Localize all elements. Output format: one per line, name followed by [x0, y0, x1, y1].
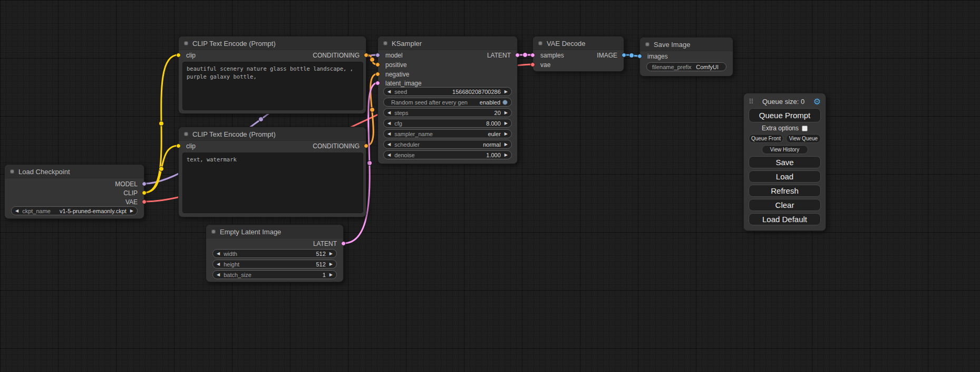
decrement-arrow-icon[interactable] — [217, 273, 220, 277]
node-save-image[interactable]: Save Image images filename_prefix ComfyU… — [639, 37, 733, 77]
input-slot-vae-label: vae — [540, 61, 550, 69]
save-button[interactable]: Save — [749, 156, 821, 168]
node-title-bar[interactable]: Save Image — [640, 37, 733, 51]
output-slot-latent-dot[interactable] — [515, 53, 520, 58]
node-title: Save Image — [654, 41, 690, 49]
increment-arrow-icon[interactable] — [329, 262, 333, 266]
widget-label: Random seed after every gen — [391, 99, 468, 106]
widget-filename-prefix[interactable]: filename_prefix ComfyUI — [646, 62, 726, 71]
increment-arrow-icon[interactable] — [504, 132, 508, 136]
output-slot-image-dot[interactable] — [622, 53, 626, 58]
drag-handle-icon[interactable] — [749, 97, 754, 106]
load-button[interactable]: Load — [749, 170, 821, 183]
increment-arrow-icon[interactable] — [504, 153, 508, 157]
input-slot-samples-dot[interactable] — [530, 53, 535, 58]
link-midpoint-dot — [370, 108, 375, 112]
link-midpoint-dot — [629, 53, 634, 58]
widget-value: 8.000 — [402, 120, 501, 127]
node-clip-text-encode-negative[interactable]: CLIP Text Encode (Prompt) clip CONDITION… — [178, 127, 366, 217]
node-title-bar[interactable]: VAE Decode — [533, 36, 624, 50]
positive-prompt-textarea[interactable]: beautiful scenery nature glass bottle la… — [182, 62, 363, 110]
increment-arrow-icon[interactable] — [504, 142, 508, 147]
decrement-arrow-icon[interactable] — [15, 209, 18, 213]
output-slot-clip-dot[interactable] — [142, 190, 147, 195]
widget-label: steps — [394, 110, 408, 116]
increment-arrow-icon[interactable] — [504, 111, 508, 115]
decrement-arrow-icon[interactable] — [387, 142, 391, 147]
decrement-arrow-icon[interactable] — [387, 132, 391, 136]
input-slot-positive-label: positive — [385, 61, 407, 69]
clear-button[interactable]: Clear — [749, 199, 821, 211]
increment-arrow-icon[interactable] — [130, 209, 133, 213]
node-empty-latent-image[interactable]: Empty Latent Image LATENT width 512 heig… — [206, 224, 344, 282]
node-vae-decode[interactable]: VAE Decode samples IMAGE vae — [532, 36, 624, 72]
view-history-button[interactable]: View History — [762, 145, 808, 154]
output-slot-conditioning-dot[interactable] — [364, 144, 368, 148]
node-status-dot-icon — [184, 132, 188, 136]
widget-ckpt-name[interactable]: ckpt_name v1-5-pruned-emaonly.ckpt — [11, 206, 138, 215]
negative-prompt-textarea[interactable]: text, watermark — [182, 152, 363, 213]
input-slot-images-label: images — [647, 53, 668, 60]
node-title-bar[interactable]: CLIP Text Encode (Prompt) — [179, 127, 366, 141]
node-clip-text-encode-positive[interactable]: CLIP Text Encode (Prompt) clip CONDITION… — [178, 36, 366, 114]
queue-menu-panel[interactable]: Queue size: 0 Queue Prompt Extra options… — [743, 93, 826, 231]
increment-arrow-icon[interactable] — [504, 90, 508, 94]
node-status-dot-icon — [383, 41, 387, 45]
output-slot-model-dot[interactable] — [142, 182, 147, 186]
decrement-arrow-icon[interactable] — [217, 262, 220, 266]
node-title-bar[interactable]: CLIP Text Encode (Prompt) — [179, 36, 366, 50]
refresh-button[interactable]: Refresh — [749, 185, 821, 197]
widget-value: v1-5-pruned-emaonly.ckpt — [51, 208, 127, 214]
widget-batch-size[interactable]: batch_size 1 — [212, 270, 337, 279]
widget-value: 512 — [239, 261, 326, 268]
input-slot-clip-dot[interactable] — [176, 53, 181, 58]
output-slot-model-label: MODEL — [115, 180, 138, 188]
node-title-bar[interactable]: Empty Latent Image — [206, 225, 343, 239]
input-slot-model-dot[interactable] — [375, 53, 380, 58]
increment-arrow-icon[interactable] — [329, 273, 333, 277]
graph-canvas[interactable]: Load Checkpoint MODEL CLIP VAE ckpt_name… — [0, 0, 980, 372]
widget-scheduler[interactable]: scheduler normal — [383, 140, 512, 149]
increment-arrow-icon[interactable] — [329, 252, 333, 256]
widget-width[interactable]: width 512 — [212, 249, 337, 258]
widget-random-seed-toggle[interactable]: Random seed after every gen enabled — [383, 98, 512, 107]
extra-options-checkbox[interactable] — [802, 126, 808, 131]
widget-label: height — [224, 261, 239, 268]
output-slot-vae-dot[interactable] — [142, 199, 147, 204]
widget-cfg[interactable]: cfg 8.000 — [383, 119, 512, 128]
input-slot-clip-dot[interactable] — [176, 144, 181, 148]
node-ksampler[interactable]: KSampler model positive negative latent_… — [377, 36, 518, 164]
link-midpoint-dot — [370, 58, 375, 62]
decrement-arrow-icon[interactable] — [387, 111, 391, 115]
increment-arrow-icon[interactable] — [504, 121, 508, 126]
input-slot-negative-dot[interactable] — [375, 72, 380, 77]
widget-steps[interactable]: steps 20 — [383, 108, 512, 117]
node-status-dot-icon — [538, 41, 542, 45]
widget-seed[interactable]: seed 156680208700286 — [383, 87, 512, 96]
node-title-bar[interactable]: KSampler — [378, 36, 517, 50]
queue-prompt-button[interactable]: Queue Prompt — [749, 108, 821, 122]
node-title: CLIP Text Encode (Prompt) — [192, 130, 276, 138]
decrement-arrow-icon[interactable] — [387, 121, 391, 126]
input-slot-samples-label: samples — [540, 52, 564, 59]
input-slot-vae-dot[interactable] — [530, 62, 535, 67]
input-slot-positive-dot[interactable] — [375, 62, 380, 67]
node-load-checkpoint[interactable]: Load Checkpoint MODEL CLIP VAE ckpt_name… — [4, 164, 144, 219]
input-slot-images-dot[interactable] — [637, 54, 642, 59]
queue-front-button[interactable]: Queue Front — [749, 134, 783, 143]
output-slot-conditioning-dot[interactable] — [364, 53, 368, 58]
load-default-button[interactable]: Load Default — [749, 213, 821, 225]
settings-gear-icon[interactable] — [813, 97, 821, 107]
widget-height[interactable]: height 512 — [212, 260, 337, 269]
decrement-arrow-icon[interactable] — [387, 90, 391, 94]
link-midpoint-dot — [159, 167, 164, 171]
decrement-arrow-icon[interactable] — [387, 153, 391, 157]
node-title: VAE Decode — [547, 40, 585, 47]
node-title-bar[interactable]: Load Checkpoint — [5, 165, 144, 178]
decrement-arrow-icon[interactable] — [217, 252, 220, 256]
input-slot-latent-image-dot[interactable] — [375, 81, 380, 85]
widget-denoise[interactable]: denoise 1.000 — [383, 150, 512, 159]
view-queue-button[interactable]: View Queue — [786, 134, 821, 143]
output-slot-latent-dot[interactable] — [341, 241, 346, 246]
widget-sampler-name[interactable]: sampler_name euler — [383, 129, 512, 138]
